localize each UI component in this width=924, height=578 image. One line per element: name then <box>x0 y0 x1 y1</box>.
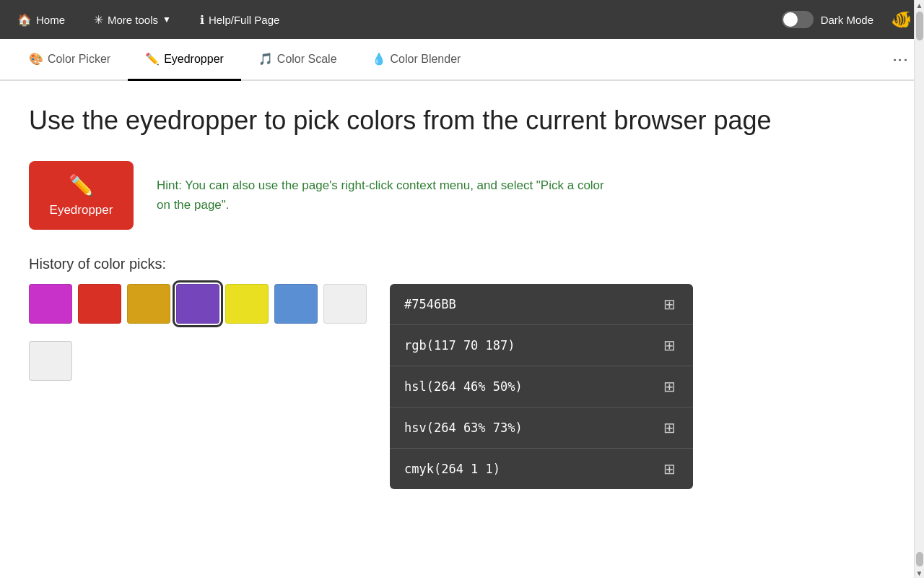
tab-color-blender[interactable]: 💧 Color Blender <box>354 39 479 81</box>
tab-color-picker[interactable]: 🎨 Color Picker <box>12 39 128 81</box>
eyedropper-row: ✏️ Eyedropper Hint: You can also use the… <box>29 161 895 230</box>
hsv-row: hsv(264 63% 73%) ⊞ <box>390 407 693 449</box>
fish-icon[interactable]: 🐠 <box>891 9 912 30</box>
history-area: #7546BB ⊞ rgb(117 70 187) ⊞ hsl(264 46% … <box>29 284 895 489</box>
tab-color-scale-label: Color Scale <box>277 53 337 66</box>
scrollbar-thumb-bottom[interactable] <box>916 552 923 566</box>
more-tools-label: More tools <box>108 14 158 26</box>
three-dot-menu-button[interactable]: ⋮ <box>891 52 910 66</box>
home-label: Home <box>36 14 65 26</box>
dark-mode-label: Dark Mode <box>821 14 873 26</box>
rgb-row: rgb(117 70 187) ⊞ <box>390 325 693 366</box>
large-swatch[interactable] <box>29 341 72 381</box>
swatches-row <box>29 284 367 324</box>
rgb-value: rgb(117 70 187) <box>404 338 515 353</box>
dropdown-arrow-icon: ▼ <box>162 14 171 25</box>
help-label: Help/Full Page <box>209 14 279 26</box>
home-icon: 🏠 <box>17 13 32 27</box>
cmyk-row: cmyk(264 1 1) ⊞ <box>390 449 693 489</box>
main-content: Use the eyedropper to pick colors from t… <box>0 81 924 512</box>
cmyk-value: cmyk(264 1 1) <box>404 462 500 476</box>
color-scale-tab-icon: 🎵 <box>258 52 273 66</box>
eyedropper-button-label: Eyedropper <box>50 203 113 217</box>
tab-eyedropper[interactable]: ✏️ Eyedropper <box>128 39 241 81</box>
eyedropper-button[interactable]: ✏️ Eyedropper <box>29 161 134 230</box>
tabs-bar: 🎨 Color Picker ✏️ Eyedropper 🎵 Color Sca… <box>0 39 924 81</box>
hex-value: #7546BB <box>404 297 456 311</box>
top-navbar: 🏠 Home ✳ More tools ▼ ℹ Help/Full Page D… <box>0 0 924 39</box>
tab-color-scale[interactable]: 🎵 Color Scale <box>241 39 354 81</box>
swatch-yellow[interactable] <box>225 284 269 324</box>
tab-eyedropper-label: Eyedropper <box>164 53 224 66</box>
more-tools-nav-item[interactable]: ✳ More tools ▼ <box>88 9 177 31</box>
right-scrollbar: ▲ ▼ <box>914 0 924 578</box>
home-nav-item[interactable]: 🏠 Home <box>12 9 71 31</box>
tabs-right-area: ⋮ <box>478 39 924 79</box>
scrollbar-down-arrow[interactable]: ▼ <box>915 568 925 578</box>
color-swatches-container <box>29 284 367 381</box>
scrollbar-up-arrow[interactable]: ▲ <box>915 0 925 10</box>
hex-row: #7546BB ⊞ <box>390 284 693 325</box>
eyedropper-button-icon: ✏️ <box>69 173 94 197</box>
swatch-gold[interactable] <box>127 284 170 324</box>
large-swatch-container <box>29 341 367 381</box>
copy-hsv-button[interactable]: ⊞ <box>661 418 679 438</box>
swatch-light-gray[interactable] <box>323 284 367 324</box>
swatch-red[interactable] <box>78 284 121 324</box>
asterisk-icon: ✳ <box>94 13 103 27</box>
color-picker-tab-icon: 🎨 <box>29 52 43 66</box>
swatch-purple[interactable] <box>176 284 219 324</box>
page-heading: Use the eyedropper to pick colors from t… <box>29 104 895 138</box>
tab-color-picker-label: Color Picker <box>48 53 110 66</box>
dark-mode-toggle[interactable]: Dark Mode <box>782 11 873 28</box>
tab-color-blender-label: Color Blender <box>391 53 461 66</box>
help-nav-item[interactable]: ℹ Help/Full Page <box>194 9 285 31</box>
copy-hex-button[interactable]: ⊞ <box>661 294 679 314</box>
swatch-magenta[interactable] <box>29 284 72 324</box>
swatch-blue[interactable] <box>274 284 318 324</box>
hsl-value: hsl(264 46% 50%) <box>404 379 523 394</box>
copy-cmyk-button[interactable]: ⊞ <box>661 459 679 479</box>
color-info-panel: #7546BB ⊞ rgb(117 70 187) ⊞ hsl(264 46% … <box>390 284 693 489</box>
copy-hsl-button[interactable]: ⊞ <box>661 376 679 397</box>
hint-text: Hint: You can also use the page's right-… <box>157 176 604 215</box>
color-blender-tab-icon: 💧 <box>372 52 386 66</box>
info-icon: ℹ <box>200 13 204 27</box>
hsv-value: hsv(264 63% 73%) <box>404 420 523 435</box>
toggle-knob <box>783 12 798 27</box>
scrollbar-thumb-top[interactable] <box>916 12 923 40</box>
dark-mode-switch[interactable] <box>782 11 814 28</box>
eyedropper-tab-icon: ✏️ <box>145 52 160 66</box>
copy-rgb-button[interactable]: ⊞ <box>661 335 679 355</box>
hsl-row: hsl(264 46% 50%) ⊞ <box>390 366 693 407</box>
history-label: History of color picks: <box>29 256 895 272</box>
